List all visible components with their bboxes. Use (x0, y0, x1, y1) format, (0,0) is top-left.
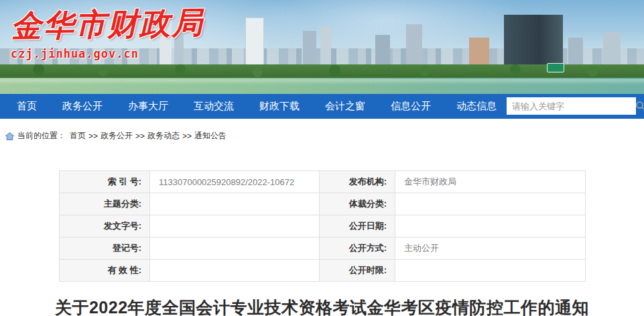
validity-value (150, 260, 320, 282)
publish-date-value (395, 215, 586, 238)
home-icon (5, 132, 14, 140)
search-box (507, 97, 636, 115)
issuing-agency-value: 金华市财政局 (395, 171, 586, 193)
nav-item-interaction[interactable]: 互动交流 (194, 100, 234, 113)
disclosure-method-value: 主动公开 (395, 238, 586, 260)
breadcrumb-gov-news[interactable]: 政务动态 (147, 130, 180, 142)
nav-item-news[interactable]: 动态信息 (456, 100, 497, 113)
breadcrumb-notices[interactable]: 通知公告 (194, 130, 227, 142)
nav-item-home[interactable]: 首页 (17, 100, 37, 113)
publish-date-label: 公开日期: (320, 215, 395, 238)
search-input[interactable] (507, 101, 635, 111)
disclosure-method-label: 公开方式: (320, 238, 395, 260)
issuing-agency-label: 发布机构: (320, 171, 395, 193)
registration-number-label: 登记号: (60, 238, 150, 260)
nav-item-gov-info[interactable]: 政务公开 (62, 100, 103, 113)
index-number-label: 索 引 号: (60, 171, 150, 193)
road-sign (547, 63, 564, 72)
document-meta-table: 索 引 号: 113307000025920892/2022-10672 发布机… (59, 170, 586, 282)
search-icon (635, 101, 644, 111)
site-url: czj.jinhua.gov.cn (11, 47, 204, 60)
registration-number-value (150, 238, 320, 260)
table-row: 索 引 号: 113307000025920892/2022-10672 发布机… (60, 171, 586, 193)
table-row: 主题分类: 体裁分类: (60, 193, 586, 215)
breadcrumb-separator: >> (135, 131, 145, 141)
nav-item-downloads[interactable]: 财政下载 (259, 100, 300, 113)
site-name: 金华市财政局 (10, 2, 204, 47)
breadcrumb-gov-info[interactable]: 政务公开 (101, 130, 133, 142)
validity-label: 有 效 性: (60, 260, 150, 282)
nav-item-accounting[interactable]: 会计之窗 (325, 100, 365, 113)
breadcrumb-separator: >> (88, 131, 98, 141)
breadcrumb-separator: >> (182, 131, 192, 141)
breadcrumb-home[interactable]: 首页 (70, 130, 86, 142)
genre-category-label: 体裁分类: (320, 193, 395, 215)
topic-category-label: 主题分类: (60, 193, 150, 215)
nav-item-service-hall[interactable]: 办事大厅 (128, 100, 168, 113)
breadcrumb-prefix: 当前的位置： (17, 130, 66, 142)
disclosure-period-label: 公开时限: (320, 260, 395, 282)
table-row: 有 效 性: 公开时限: (60, 260, 586, 282)
document-number-label: 发文字号: (60, 215, 150, 238)
disclosure-period-value (395, 260, 586, 282)
index-number-value: 113307000025920892/2022-10672 (150, 171, 320, 193)
table-row: 登记号: 公开方式: 主动公开 (60, 238, 586, 260)
page-title: 关于2022年度全国会计专业技术资格考试金华考区疫情防控工作的通知 (0, 297, 644, 316)
genre-category-value (395, 193, 586, 215)
site-banner: 金华市财政局 czj.jinhua.gov.cn (0, 0, 644, 94)
main-nav: 首页 政务公开 办事大厅 互动交流 财政下载 会计之窗 信息公开 动态信息 (0, 94, 644, 119)
search-button[interactable] (635, 97, 644, 115)
topic-category-value (150, 193, 320, 215)
nav-item-info-open[interactable]: 信息公开 (391, 100, 431, 113)
site-logo[interactable]: 金华市财政局 czj.jinhua.gov.cn (11, 4, 204, 60)
table-row: 发文字号: 公开日期: (60, 215, 586, 238)
breadcrumb: 当前的位置： 首页 >> 政务公开 >> 政务动态 >> 通知公告 (5, 130, 644, 142)
document-number-value (150, 215, 320, 238)
